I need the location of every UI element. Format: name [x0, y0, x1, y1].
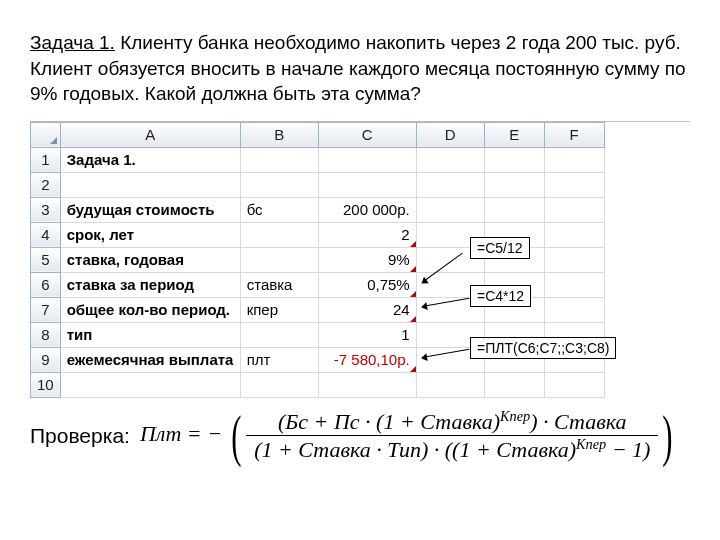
- cell[interactable]: [544, 372, 604, 397]
- cell[interactable]: бс: [240, 197, 318, 222]
- row-header[interactable]: 10: [31, 372, 61, 397]
- cell[interactable]: [544, 172, 604, 197]
- col-header-B[interactable]: B: [240, 122, 318, 147]
- cell[interactable]: [318, 172, 416, 197]
- row-header[interactable]: 5: [31, 247, 61, 272]
- cell[interactable]: [416, 172, 484, 197]
- cell[interactable]: [416, 197, 484, 222]
- cell[interactable]: ставка, годовая: [60, 247, 240, 272]
- cell[interactable]: кпер: [240, 297, 318, 322]
- cell[interactable]: 0,75%: [318, 272, 416, 297]
- cell[interactable]: [484, 147, 544, 172]
- cell[interactable]: 200 000р.: [318, 197, 416, 222]
- cell[interactable]: общее кол-во период.: [60, 297, 240, 322]
- check-label: Проверка:: [30, 424, 130, 448]
- formula-denominator: (1 + Ставка · Тип) · ((1 + Ставка)Кпер −…: [246, 436, 658, 463]
- cell[interactable]: [318, 147, 416, 172]
- cell[interactable]: [484, 172, 544, 197]
- cell[interactable]: [240, 372, 318, 397]
- formula-numerator: (Бс + Пс · (1 + Ставка)Кпер) · Ставка: [246, 408, 658, 436]
- cell[interactable]: 1: [318, 322, 416, 347]
- cell[interactable]: [416, 372, 484, 397]
- cell[interactable]: [544, 222, 604, 247]
- cell[interactable]: Задача 1.: [60, 147, 240, 172]
- cell[interactable]: ежемесячная выплата: [60, 347, 240, 372]
- col-header-F[interactable]: F: [544, 122, 604, 147]
- cell[interactable]: плт: [240, 347, 318, 372]
- spreadsheet: A B C D E F 1Задача 1.23будущая стоимост…: [30, 121, 690, 398]
- cell[interactable]: [544, 197, 604, 222]
- col-header-D[interactable]: D: [416, 122, 484, 147]
- formula-lhs: Плт: [140, 421, 181, 446]
- col-header-C[interactable]: C: [318, 122, 416, 147]
- cell[interactable]: ставка за период: [60, 272, 240, 297]
- row-header[interactable]: 1: [31, 147, 61, 172]
- cell[interactable]: -7 580,10р.: [318, 347, 416, 372]
- cell[interactable]: [240, 147, 318, 172]
- cell[interactable]: [60, 172, 240, 197]
- cell[interactable]: ставка: [240, 272, 318, 297]
- cell[interactable]: [240, 247, 318, 272]
- cell[interactable]: [240, 322, 318, 347]
- cell[interactable]: [484, 197, 544, 222]
- cell[interactable]: [318, 372, 416, 397]
- check-formula: Проверка: Плт = − ( (Бс + Пс · (1 + Став…: [30, 408, 690, 464]
- row-header[interactable]: 3: [31, 197, 61, 222]
- task-body: Клиенту банка необходимо накопить через …: [30, 32, 686, 104]
- cell[interactable]: [544, 247, 604, 272]
- formula-callout-c7: =C4*12: [470, 285, 531, 307]
- cell[interactable]: срок, лет: [60, 222, 240, 247]
- cell[interactable]: [544, 297, 604, 322]
- cell[interactable]: [544, 147, 604, 172]
- formula-eq: = −: [181, 421, 227, 446]
- task-text: Задача 1. Клиенту банка необходимо накоп…: [30, 30, 690, 107]
- row-header[interactable]: 7: [31, 297, 61, 322]
- col-header-E[interactable]: E: [484, 122, 544, 147]
- row-header[interactable]: 2: [31, 172, 61, 197]
- row-header[interactable]: 6: [31, 272, 61, 297]
- cell[interactable]: 2: [318, 222, 416, 247]
- select-all-corner[interactable]: [31, 122, 61, 147]
- cell[interactable]: [240, 172, 318, 197]
- cell[interactable]: [484, 372, 544, 397]
- col-header-A[interactable]: A: [60, 122, 240, 147]
- row-header[interactable]: 8: [31, 322, 61, 347]
- formula-callout-c6: =C5/12: [470, 237, 530, 259]
- task-label: Задача 1.: [30, 32, 115, 53]
- formula-callout-c9: =ПЛТ(C6;C7;;C3;C8): [470, 337, 616, 359]
- cell[interactable]: 9%: [318, 247, 416, 272]
- cell[interactable]: будущая стоимость: [60, 197, 240, 222]
- row-header[interactable]: 9: [31, 347, 61, 372]
- cell[interactable]: [60, 372, 240, 397]
- cell[interactable]: 24: [318, 297, 416, 322]
- cell[interactable]: [544, 272, 604, 297]
- row-header[interactable]: 4: [31, 222, 61, 247]
- cell[interactable]: [416, 147, 484, 172]
- cell[interactable]: [240, 222, 318, 247]
- cell[interactable]: тип: [60, 322, 240, 347]
